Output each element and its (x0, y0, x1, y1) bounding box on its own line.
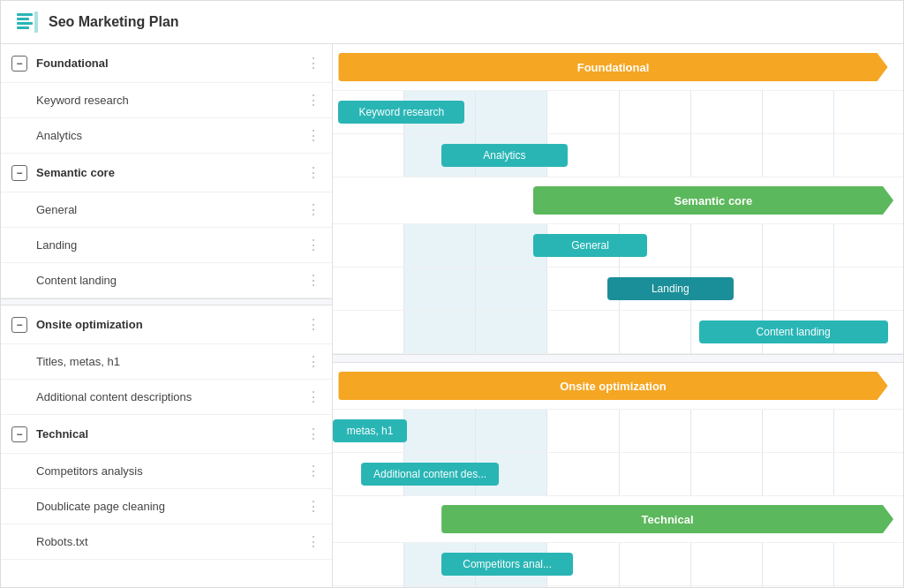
collapse-foundational[interactable]: − (11, 56, 27, 72)
app-icon (15, 10, 40, 34)
drag-handle-additional[interactable]: ⋮ (306, 388, 321, 405)
svg-rect-1 (17, 18, 29, 20)
bar-additional-content[interactable]: Additional content des... (361, 463, 499, 486)
sidebar-group-technical: − Technical ⋮ (1, 415, 332, 454)
gantt-row-general: General (333, 224, 903, 268)
drag-handle-robots[interactable]: ⋮ (306, 533, 321, 550)
svg-rect-0 (17, 13, 33, 16)
sidebar-item-titles-metas: Titles, metas, h1 ⋮ (1, 344, 332, 380)
drag-handle-analytics[interactable]: ⋮ (306, 127, 321, 144)
bar-content-landing[interactable]: Content landing (699, 320, 888, 343)
analytics-label: Analytics (36, 129, 306, 142)
sidebar-item-competitors: Competitors analysis ⋮ (1, 454, 332, 489)
content-landing-label: Content landing (36, 274, 306, 287)
bar-competitors[interactable]: Competitors anal... (441, 553, 573, 576)
bar-titles-metas[interactable]: metas, h1 (333, 419, 407, 442)
gantt-row-semantic-group: Semantic core (333, 177, 903, 224)
bar-general[interactable]: General (533, 234, 648, 257)
general-label: General (36, 203, 306, 216)
landing-label: Landing (36, 238, 306, 252)
drag-handle-keyword[interactable]: ⋮ (306, 92, 321, 109)
sidebar: − Foundational ⋮ Keyword research ⋮ Anal… (1, 44, 333, 588)
technical-label: Technical (36, 427, 306, 441)
drag-handle-content-landing[interactable]: ⋮ (306, 272, 321, 289)
drag-handle-general[interactable]: ⋮ (306, 201, 321, 218)
drag-handle-doublicate[interactable]: ⋮ (306, 498, 321, 515)
collapse-technical[interactable]: − (11, 426, 27, 442)
semantic-core-label: Semantic core (36, 166, 306, 179)
drag-handle-onsite[interactable]: ⋮ (306, 316, 321, 333)
sidebar-item-doublicate: Doublicate page cleaning ⋮ (1, 489, 332, 524)
gantt-row-competitors: Competitors anal... (333, 543, 903, 586)
drag-handle-semantic[interactable]: ⋮ (306, 164, 321, 181)
main-content: − Foundational ⋮ Keyword research ⋮ Anal… (1, 44, 903, 588)
bar-keyword-research[interactable]: Keyword research (338, 101, 464, 124)
bar-analytics[interactable]: Analytics (441, 144, 568, 167)
svg-rect-3 (17, 26, 29, 29)
competitors-label: Competitors analysis (36, 464, 306, 478)
separator-1 (1, 298, 332, 305)
svg-rect-2 (17, 22, 33, 25)
gantt-row-foundational-group: Foundational (333, 44, 903, 91)
sidebar-group-semantic-core: − Semantic core ⋮ (1, 154, 332, 192)
page-title: Seo Marketing Plan (49, 14, 179, 30)
gantt-row-analytics: Analytics (333, 134, 903, 177)
sidebar-item-keyword-research: Keyword research ⋮ (1, 83, 332, 118)
bar-onsite-group[interactable]: Onsite optimization (338, 372, 887, 400)
sidebar-item-additional-content: Additional content descriptions ⋮ (1, 380, 332, 415)
gantt-area: Foundational Keyword research (333, 44, 903, 588)
titles-metas-label: Titles, metas, h1 (36, 355, 306, 368)
drag-handle-foundational[interactable]: ⋮ (306, 55, 321, 72)
drag-handle-titles[interactable]: ⋮ (306, 353, 321, 370)
collapse-semantic-core[interactable]: − (11, 165, 27, 181)
bar-foundational-group[interactable]: Foundational (338, 53, 887, 81)
bar-landing[interactable]: Landing (607, 277, 734, 300)
gantt-row-content-landing: Content landing (333, 311, 903, 354)
additional-content-label: Additional content descriptions (36, 390, 306, 403)
gantt-row-landing: Landing (333, 268, 903, 311)
drag-handle-competitors[interactable]: ⋮ (306, 463, 321, 479)
gantt-inner: Foundational Keyword research (333, 44, 903, 588)
gantt-row-keyword: Keyword research (333, 91, 903, 134)
bar-technical-group[interactable]: Technical (441, 505, 893, 533)
sidebar-item-robots: Robots.txt ⋮ (1, 524, 332, 560)
drag-handle-technical[interactable]: ⋮ (306, 426, 321, 442)
collapse-onsite[interactable]: − (11, 317, 27, 333)
doublicate-label: Doublicate page cleaning (36, 500, 306, 513)
header: Seo Marketing Plan (1, 1, 903, 44)
sidebar-item-analytics: Analytics ⋮ (1, 118, 332, 154)
sidebar-item-general: General ⋮ (1, 192, 332, 228)
gantt-separator-1 (333, 354, 903, 363)
robots-label: Robots.txt (36, 535, 306, 548)
onsite-label: Onsite optimization (36, 318, 306, 331)
foundational-label: Foundational (36, 57, 306, 70)
sidebar-group-onsite: − Onsite optimization ⋮ (1, 305, 332, 344)
gantt-row-technical-group: Technical (333, 496, 903, 543)
bar-semantic-group[interactable]: Semantic core (533, 186, 893, 215)
drag-handle-landing[interactable]: ⋮ (306, 237, 321, 253)
sidebar-item-content-landing: Content landing ⋮ (1, 263, 332, 298)
svg-rect-4 (34, 11, 38, 33)
keyword-research-label: Keyword research (36, 94, 306, 107)
sidebar-item-landing: Landing ⋮ (1, 228, 332, 263)
gantt-row-additional: Additional content des... (333, 453, 903, 496)
app-container: Seo Marketing Plan − Foundational ⋮ Keyw… (0, 0, 904, 588)
gantt-row-onsite-group: Onsite optimization (333, 363, 903, 410)
sidebar-group-foundational: − Foundational ⋮ (1, 44, 332, 83)
gantt-row-titles: metas, h1 (333, 410, 903, 453)
